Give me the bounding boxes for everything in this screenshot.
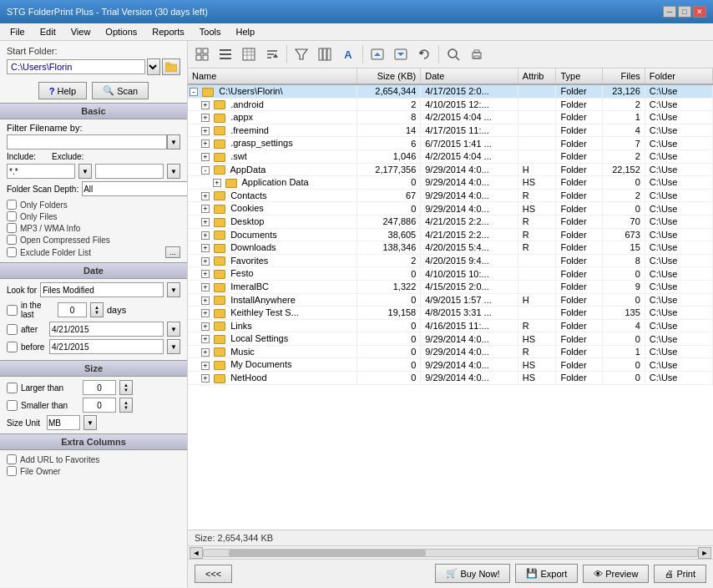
expand-btn[interactable]: +: [201, 205, 210, 213]
col-attrib[interactable]: Attrib: [518, 68, 556, 84]
include-dropdown[interactable]: ▼: [78, 164, 92, 179]
only-folders-checkbox[interactable]: [7, 200, 17, 210]
days-input[interactable]: [58, 302, 87, 317]
table-row[interactable]: + NetHood 0 9/29/2014 4:0... HS Folder 0…: [188, 372, 713, 385]
smaller-than-checkbox[interactable]: [7, 400, 18, 411]
folder-browse-btn[interactable]: [162, 58, 180, 75]
menu-view[interactable]: View: [64, 25, 98, 38]
expand-btn[interactable]: +: [201, 153, 210, 161]
hscroll-bar[interactable]: ◄ ►: [188, 545, 713, 559]
table-row[interactable]: + InstallAnywhere 0 4/9/2015 1:57 ... H …: [188, 293, 713, 307]
expand-btn[interactable]: +: [201, 218, 210, 226]
expand-btn[interactable]: -: [190, 88, 198, 96]
before-checkbox[interactable]: [7, 342, 18, 352]
expand-btn[interactable]: +: [201, 374, 210, 383]
smaller-spinner[interactable]: ▲ ▼: [119, 398, 133, 413]
exclude-input[interactable]: [95, 164, 164, 179]
before-date-input[interactable]: [49, 339, 164, 354]
columns-btn[interactable]: [314, 43, 336, 65]
table-row[interactable]: + ImeralBC 1,322 4/15/2015 2:0... Folder…: [188, 280, 713, 293]
prev-btn[interactable]: <<<: [195, 565, 232, 583]
preview-btn[interactable]: 👁 Preview: [583, 565, 649, 583]
expand-btn[interactable]: +: [201, 362, 210, 370]
folder-dropdown[interactable]: ▼: [147, 58, 160, 75]
table-row[interactable]: + Contacts 67 9/29/2014 4:0... R Folder …: [188, 189, 713, 202]
table-row[interactable]: + .freemind 14 4/17/2015 11:... Folder 4…: [188, 124, 713, 137]
table-row[interactable]: + Local Settings 0 9/29/2014 4:0... HS F…: [188, 332, 713, 346]
menu-edit[interactable]: Edit: [33, 25, 63, 38]
expand-btn[interactable]: +: [213, 179, 221, 187]
table-row[interactable]: + My Documents 0 9/29/2014 4:0... HS Fol…: [188, 358, 713, 372]
expand-btn[interactable]: +: [201, 114, 210, 122]
col-folder[interactable]: Folder: [645, 68, 712, 84]
days-spinner[interactable]: ▲ ▼: [90, 302, 104, 317]
list-view-btn[interactable]: [215, 43, 236, 65]
add-url-checkbox[interactable]: [7, 454, 17, 464]
expand-btn[interactable]: +: [201, 283, 210, 291]
table-row[interactable]: + .grasp_settings 6 6/7/2015 1:41 ... Fo…: [188, 137, 713, 150]
buy-now-btn[interactable]: 🛒 Buy Now!: [435, 564, 510, 583]
exclude-folder-checkbox[interactable]: [7, 247, 17, 257]
expand-btn[interactable]: +: [201, 127, 210, 135]
hscroll-right-btn[interactable]: ►: [698, 547, 711, 559]
table-row[interactable]: + Cookies 0 9/29/2014 4:0... HS Folder 0…: [188, 202, 713, 215]
hscroll-track[interactable]: [203, 549, 698, 557]
table-row[interactable]: + Application Data 0 9/29/2014 4:0... HS…: [188, 176, 713, 190]
menu-reports[interactable]: Reports: [145, 25, 191, 38]
exclude-dropdown[interactable]: ▼: [167, 164, 180, 179]
export-action-btn[interactable]: 💾 Export: [515, 564, 578, 583]
only-files-checkbox[interactable]: [7, 211, 17, 221]
expand-btn[interactable]: +: [201, 101, 210, 109]
sort-btn[interactable]: [261, 43, 283, 65]
table-row[interactable]: + .swt 1,046 4/2/2015 4:04 ... Folder 2 …: [188, 150, 713, 163]
expand-btn[interactable]: +: [201, 335, 210, 343]
size-unit-dropdown[interactable]: ▼: [83, 415, 97, 430]
grid-view-btn[interactable]: [191, 43, 213, 65]
font-btn[interactable]: A: [337, 43, 359, 65]
after-checkbox[interactable]: [7, 324, 18, 335]
before-date-dropdown[interactable]: ▼: [167, 339, 180, 354]
col-size[interactable]: Size (KB): [357, 68, 421, 84]
scan-button[interactable]: 🔍 Scan: [92, 82, 149, 99]
table-view-btn[interactable]: [238, 43, 260, 65]
menu-help[interactable]: Help: [230, 25, 262, 38]
table-row[interactable]: + Favorites 2 4/20/2015 9:4... Folder 8 …: [188, 254, 713, 267]
table-row[interactable]: + Links 0 4/16/2015 11:... R Folder 4 C:…: [188, 319, 713, 332]
menu-options[interactable]: Options: [99, 25, 144, 38]
lookfor-input[interactable]: [40, 282, 164, 297]
table-row[interactable]: + .appx 8 4/2/2015 4:04 ... Folder 1 C:\…: [188, 111, 713, 124]
lookfor-dropdown[interactable]: ▼: [167, 282, 180, 297]
size-unit-input[interactable]: [47, 415, 80, 430]
table-row[interactable]: - AppData 2,177,356 9/29/2014 4:0... H F…: [188, 163, 713, 176]
table-row[interactable]: + Desktop 247,886 4/21/2015 2:2... R Fol…: [188, 215, 713, 228]
help-button[interactable]: ? Help: [38, 82, 87, 99]
expand-btn[interactable]: +: [201, 192, 210, 200]
table-row[interactable]: + Documents 38,605 4/21/2015 2:2... R Fo…: [188, 228, 713, 241]
include-input[interactable]: [7, 164, 75, 179]
expand-btn[interactable]: +: [201, 322, 210, 331]
close-btn[interactable]: ✕: [693, 6, 706, 18]
menu-tools[interactable]: Tools: [193, 25, 228, 38]
filter-input[interactable]: [7, 134, 167, 150]
larger-than-checkbox[interactable]: [7, 383, 18, 393]
filter-btn[interactable]: [291, 43, 312, 65]
table-row[interactable]: + Festo 0 4/10/2015 10:... Folder 0 C:\U…: [188, 267, 713, 281]
expand-btn[interactable]: +: [201, 348, 210, 357]
table-row[interactable]: + Music 0 9/29/2014 4:0... R Folder 1 C:…: [188, 345, 713, 358]
in-the-last-checkbox[interactable]: [7, 305, 18, 316]
refresh-btn[interactable]: [413, 43, 435, 65]
table-row[interactable]: + .android 2 4/10/2015 12:... Folder 2 C…: [188, 98, 713, 111]
hscroll-left-btn[interactable]: ◄: [190, 547, 203, 559]
table-row[interactable]: + Downloads 138,346 4/20/2015 5:4... R F…: [188, 241, 713, 255]
minimize-btn[interactable]: ─: [663, 6, 676, 18]
folder-path-input[interactable]: [7, 59, 145, 74]
print-btn[interactable]: [466, 43, 488, 65]
file-owner-checkbox[interactable]: [7, 466, 17, 476]
larger-than-input[interactable]: [83, 380, 116, 395]
maximize-btn[interactable]: □: [678, 6, 691, 18]
exclude-folder-browse-btn[interactable]: ...: [165, 246, 180, 258]
spinner-down-icon[interactable]: ▼: [94, 310, 99, 315]
mp3-wma-checkbox[interactable]: [7, 223, 17, 233]
export-btn[interactable]: [390, 43, 412, 65]
expand-btn[interactable]: +: [201, 297, 210, 305]
